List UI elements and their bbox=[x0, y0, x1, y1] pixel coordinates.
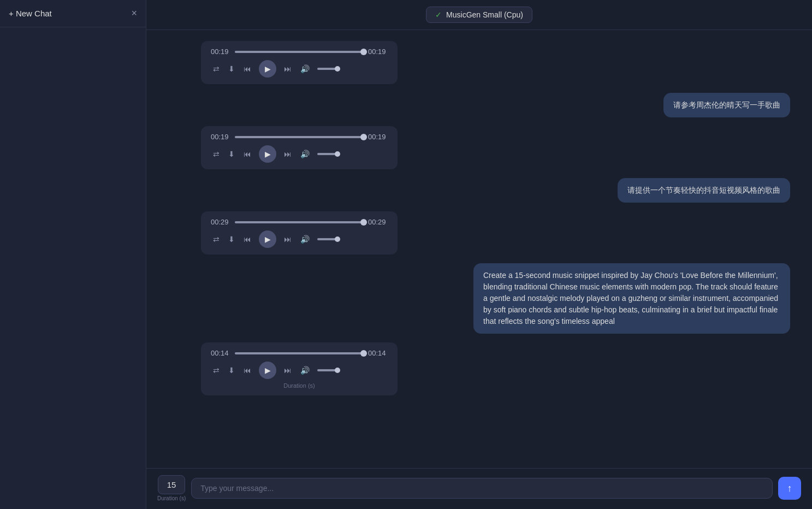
shuffle-button-1[interactable]: ⇄ bbox=[212, 63, 221, 74]
progress-bar-1[interactable] bbox=[235, 51, 364, 53]
user-message-3: Create a 15-second music snippet inspire… bbox=[473, 263, 790, 334]
new-chat-button[interactable]: + New Chat bbox=[9, 9, 52, 18]
progress-bar-4[interactable] bbox=[235, 352, 364, 354]
play-button-4[interactable]: ▶ bbox=[259, 362, 276, 379]
time-current-2: 00:19 bbox=[211, 133, 230, 141]
user-message-2: 请提供一个节奏轻快的抖音短视频风格的歌曲 bbox=[618, 178, 790, 203]
player-controls-4: ⇄ ⬇ ⏮ ▶ ⏭ 🔊 bbox=[211, 362, 388, 379]
volume-icon-3[interactable]: 🔊 bbox=[299, 234, 311, 245]
close-sidebar-button[interactable]: × bbox=[131, 8, 137, 19]
model-badge: ✓ MusicGen Small (Cpu) bbox=[426, 7, 532, 23]
volume-bar-3[interactable] bbox=[317, 238, 339, 240]
play-button-3[interactable]: ▶ bbox=[259, 230, 276, 248]
forward-button-4[interactable]: ⏭ bbox=[283, 365, 293, 376]
volume-bar-1[interactable] bbox=[317, 68, 339, 70]
time-total-3: 00:29 bbox=[368, 218, 388, 226]
user-message-1: 请参考周杰伦的晴天写一手歌曲 bbox=[663, 93, 790, 117]
rewind-button-4[interactable]: ⏮ bbox=[242, 365, 252, 376]
duration-input[interactable] bbox=[158, 475, 185, 494]
duration-hint: Duration (s) bbox=[157, 495, 186, 501]
message-row: 00:29 00:29 ⇄ ⬇ ⏮ ▶ ⏭ 🔊 bbox=[168, 211, 790, 254]
player-top: 00:14 00:14 bbox=[211, 349, 388, 357]
player-controls-2: ⇄ ⬇ ⏮ ▶ ⏭ 🔊 bbox=[211, 145, 388, 163]
input-area: Duration (s) ↑ bbox=[146, 468, 812, 509]
rewind-button-1[interactable]: ⏮ bbox=[242, 63, 252, 74]
shuffle-button-3[interactable]: ⇄ bbox=[212, 234, 221, 245]
play-button-2[interactable]: ▶ bbox=[259, 145, 276, 163]
audio-player-3: 00:29 00:29 ⇄ ⬇ ⏮ ▶ ⏭ 🔊 bbox=[201, 211, 398, 254]
sidebar: + New Chat × bbox=[0, 0, 146, 509]
volume-bar-2[interactable] bbox=[317, 153, 339, 155]
topbar: ✓ MusicGen Small (Cpu) bbox=[146, 0, 812, 30]
download-button-4[interactable]: ⬇ bbox=[227, 365, 236, 376]
rewind-button-2[interactable]: ⏮ bbox=[242, 149, 252, 159]
time-current-4: 00:14 bbox=[211, 349, 230, 357]
audio-player-2: 00:19 00:19 ⇄ ⬇ ⏮ ▶ ⏭ 🔊 bbox=[201, 126, 398, 169]
main-content: ✓ MusicGen Small (Cpu) 00:19 00:19 ⇄ ⬇ bbox=[146, 0, 812, 509]
model-name: MusicGen Small (Cpu) bbox=[446, 10, 523, 19]
sidebar-header: + New Chat × bbox=[0, 0, 146, 27]
forward-button-3[interactable]: ⏭ bbox=[283, 234, 293, 245]
player-top: 00:29 00:29 bbox=[211, 218, 388, 226]
time-current-1: 00:19 bbox=[211, 48, 230, 56]
volume-icon-2[interactable]: 🔊 bbox=[299, 149, 311, 159]
audio-player-1: 00:19 00:19 ⇄ ⬇ ⏮ ▶ ⏭ 🔊 bbox=[201, 41, 398, 84]
time-total-4: 00:14 bbox=[368, 349, 388, 357]
message-row: 请提供一个节奏轻快的抖音短视频风格的歌曲 bbox=[168, 178, 790, 203]
new-chat-label: + New Chat bbox=[9, 9, 52, 18]
progress-bar-2[interactable] bbox=[235, 136, 364, 138]
send-icon: ↑ bbox=[787, 483, 792, 494]
volume-bar-4[interactable] bbox=[317, 369, 339, 371]
player-top: 00:19 00:19 bbox=[211, 133, 388, 141]
duration-label-4: Duration (s) bbox=[211, 382, 388, 389]
close-icon: × bbox=[131, 8, 137, 19]
message-row: Create a 15-second music snippet inspire… bbox=[168, 263, 790, 334]
message-row: 请参考周杰伦的晴天写一手歌曲 bbox=[168, 93, 790, 117]
progress-bar-3[interactable] bbox=[235, 221, 364, 223]
download-button-3[interactable]: ⬇ bbox=[227, 234, 236, 245]
forward-button-2[interactable]: ⏭ bbox=[283, 149, 293, 159]
shuffle-button-2[interactable]: ⇄ bbox=[212, 149, 221, 159]
message-row: 00:19 00:19 ⇄ ⬇ ⏮ ▶ ⏭ 🔊 bbox=[168, 126, 790, 169]
duration-input-wrap: Duration (s) bbox=[157, 475, 186, 501]
time-total-1: 00:19 bbox=[368, 48, 388, 56]
volume-icon-1[interactable]: 🔊 bbox=[299, 63, 311, 74]
player-controls-3: ⇄ ⬇ ⏮ ▶ ⏭ 🔊 bbox=[211, 230, 388, 248]
message-row: 00:14 00:14 ⇄ ⬇ ⏮ ▶ ⏭ 🔊 bbox=[168, 342, 790, 395]
time-total-2: 00:19 bbox=[368, 133, 388, 141]
message-input[interactable] bbox=[191, 478, 773, 499]
rewind-button-3[interactable]: ⏮ bbox=[242, 234, 252, 245]
chat-area: 00:19 00:19 ⇄ ⬇ ⏮ ▶ ⏭ 🔊 bbox=[146, 30, 812, 468]
player-controls-1: ⇄ ⬇ ⏮ ▶ ⏭ 🔊 bbox=[211, 60, 388, 78]
player-top: 00:19 00:19 bbox=[211, 48, 388, 56]
play-button-1[interactable]: ▶ bbox=[259, 60, 276, 78]
shuffle-button-4[interactable]: ⇄ bbox=[212, 365, 221, 376]
time-current-3: 00:29 bbox=[211, 218, 230, 226]
check-icon: ✓ bbox=[435, 10, 442, 19]
forward-button-1[interactable]: ⏭ bbox=[283, 63, 293, 74]
send-button[interactable]: ↑ bbox=[778, 477, 801, 500]
audio-player-4: 00:14 00:14 ⇄ ⬇ ⏮ ▶ ⏭ 🔊 bbox=[201, 342, 398, 395]
download-button-2[interactable]: ⬇ bbox=[227, 149, 236, 159]
download-button-1[interactable]: ⬇ bbox=[227, 63, 236, 74]
volume-icon-4[interactable]: 🔊 bbox=[299, 365, 311, 376]
message-row: 00:19 00:19 ⇄ ⬇ ⏮ ▶ ⏭ 🔊 bbox=[168, 41, 790, 84]
